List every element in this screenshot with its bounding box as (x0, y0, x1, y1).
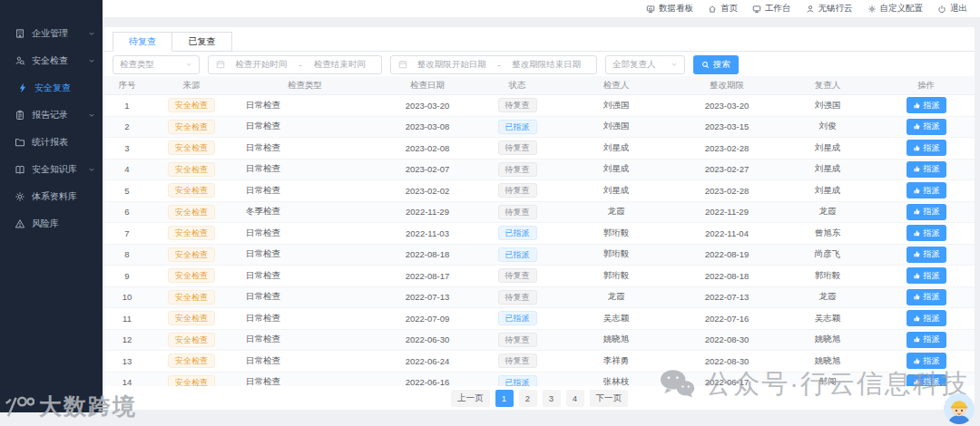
col-status: 状态 (478, 80, 556, 92)
tab-pending-review[interactable]: 待复查 (113, 32, 172, 52)
cell-inspector: 刘强国 (556, 121, 676, 132)
topbar-item[interactable]: 工作台 (752, 3, 791, 15)
source-tag: 安全检查 (168, 290, 215, 305)
cell-source: 安全检查 (150, 162, 233, 177)
sidebar-item[interactable]: 风险库 (0, 210, 103, 237)
assign-button[interactable]: 指派 (906, 204, 946, 220)
pagination: 上一页 1 2 3 4 下一页 (104, 386, 975, 410)
cell-actions: 指派 (877, 332, 975, 348)
page-number-button[interactable]: 1 (495, 390, 514, 407)
page-number-button[interactable]: 3 (543, 390, 561, 407)
assign-button[interactable]: 指派 (906, 225, 946, 241)
cell-deadline: 2023-03-15 (676, 121, 778, 131)
cell-source: 安全检查 (150, 120, 233, 134)
cell-serial: 12 (104, 334, 150, 344)
status-tag: 已指派 (498, 247, 537, 262)
assign-button[interactable]: 指派 (906, 353, 946, 369)
topbar-item[interactable]: 首页 (708, 3, 738, 15)
topbar-item-label: 退出 (950, 3, 967, 15)
cell-deadline: 2023-02-28 (676, 186, 778, 196)
topbar-item-label: 工作台 (765, 3, 791, 15)
sidebar-item[interactable]: 安全知识库 (0, 156, 103, 183)
topbar-item[interactable]: 无锡行云 (806, 3, 853, 15)
assign-button[interactable]: 指派 (906, 97, 946, 113)
cell-status: 待复查 (478, 205, 556, 219)
assign-icon (913, 208, 921, 216)
cell-actions: 指派 (877, 289, 975, 305)
rectify-date-range-picker[interactable]: 整改期限开始日期 - 整改期限结束日期 (390, 55, 597, 74)
source-tag: 安全检查 (168, 226, 215, 240)
cell-serial: 11 (104, 314, 150, 324)
helper-mascot-avatar[interactable] (943, 392, 975, 425)
cell-type: 日常检查 (233, 228, 377, 239)
filter-bar: 检查类型 检查开始时间 - 检查结束时间 整改期限开始日期 - 整改期限结束日期… (104, 53, 975, 76)
cell-type: 冬季检查 (233, 206, 377, 218)
next-page-button[interactable]: 下一页 (590, 390, 629, 407)
tab-reviewed[interactable]: 已复查 (172, 32, 232, 52)
col-serial: 序号 (104, 80, 150, 92)
assign-button[interactable]: 指派 (906, 182, 946, 198)
cell-deadline: 2022-11-04 (676, 228, 778, 238)
assign-button[interactable]: 指派 (906, 332, 946, 348)
cell-reviewer: 龙霞 (778, 291, 877, 303)
range-separator: - (495, 60, 502, 70)
cell-deadline: 2022-08-30 (676, 334, 778, 344)
topbar-item-label: 自定义配置 (880, 3, 924, 15)
cell-status: 已指派 (478, 247, 556, 262)
assign-button[interactable]: 指派 (906, 247, 946, 263)
table-row: 4 安全检查 日常检查 2023-02-07 待复查 刘星成 2023-02-2… (104, 160, 975, 181)
page-number-button[interactable]: 4 (566, 390, 584, 407)
cell-actions: 指派 (877, 119, 975, 135)
cell-status: 已指派 (478, 226, 556, 240)
assign-button[interactable]: 指派 (906, 119, 946, 135)
status-tag: 待复查 (498, 290, 537, 305)
search-button[interactable]: 搜索 (693, 55, 739, 74)
topbar-item[interactable]: 退出 (937, 3, 967, 15)
status-tag: 待复查 (498, 353, 537, 368)
assign-button[interactable]: 指派 (906, 310, 946, 326)
cell-date: 2023-02-07 (377, 164, 478, 174)
cell-date: 2022-11-29 (377, 207, 478, 217)
assign-icon (913, 335, 921, 344)
check-date-range-picker[interactable]: 检查开始时间 - 检查结束时间 (208, 55, 382, 74)
check-type-placeholder: 检查类型 (120, 59, 154, 71)
assign-button[interactable]: 指派 (906, 140, 946, 156)
page-number-button[interactable]: 2 (519, 390, 537, 407)
cell-deadline: 2023-02-28 (676, 143, 778, 153)
assign-button[interactable]: 指派 (906, 289, 946, 305)
sidebar-item[interactable]: 安全复查 (0, 74, 103, 102)
topbar-item[interactable]: 自定义配置 (867, 3, 924, 15)
sidebar-item[interactable]: 体系资料库 (0, 183, 103, 210)
warning-icon (15, 218, 25, 229)
sidebar-item[interactable]: 报告记录 (0, 102, 103, 129)
chevron-down-icon (88, 166, 95, 173)
sidebar-item[interactable]: 安全检查 (0, 47, 103, 74)
cell-deadline: 2023-03-20 (676, 101, 778, 111)
table-row: 8 安全检查 日常检查 2022-08-18 已指派 郭珩毅 2022-08-1… (104, 245, 975, 266)
reviewer-select[interactable]: 全部复查人 (605, 55, 685, 74)
assign-icon (913, 272, 921, 280)
cell-actions: 指派 (877, 97, 975, 113)
status-tag: 已指派 (498, 120, 537, 134)
cell-status: 待复查 (478, 98, 556, 112)
prev-page-button[interactable]: 上一页 (451, 390, 490, 407)
cell-source: 安全检查 (150, 98, 233, 112)
cell-type: 日常检查 (233, 100, 377, 111)
assign-icon (913, 187, 921, 195)
sidebar-item[interactable]: 企业管理 (0, 20, 103, 47)
sidebar-item[interactable]: 统计报表 (0, 129, 103, 156)
cell-date: 2022-07-13 (377, 292, 478, 302)
assign-button[interactable]: 指派 (906, 161, 946, 178)
col-date: 检查日期 (377, 80, 478, 92)
check-type-select[interactable]: 检查类型 (113, 55, 200, 74)
cell-deadline: 2022-08-30 (676, 356, 778, 366)
status-tag: 待复查 (498, 162, 537, 177)
assign-button[interactable]: 指派 (906, 267, 946, 284)
cell-deadline: 2022-08-19 (676, 249, 778, 259)
cell-source: 安全检查 (150, 140, 233, 155)
cell-inspector: 吴志颖 (556, 313, 676, 324)
table-row: 11 安全检查 日常检查 2022-07-09 已指派 吴志颖 2022-07-… (104, 308, 975, 330)
topbar-item[interactable]: 数据看板 (646, 3, 693, 15)
source-tag: 安全检查 (168, 268, 215, 283)
rectify-start-placeholder: 整改期限开始日期 (409, 59, 494, 71)
